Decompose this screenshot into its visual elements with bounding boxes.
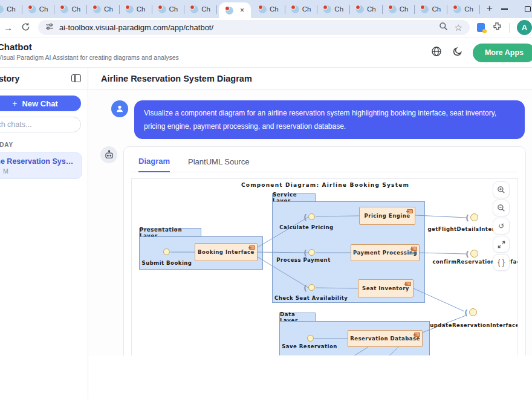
browser-window: Ch Ch Ch Ch [0, 0, 532, 399]
diagram-viewport[interactable]: Component Diagram: Airline Booking Syste… [131, 178, 518, 355]
browser-tab[interactable]: Ch [122, 0, 150, 18]
tab-plantuml-source[interactable]: PlantUML Source [188, 157, 249, 172]
forward-icon[interactable]: → [4, 22, 13, 33]
section-label-today: TODAY [0, 141, 88, 148]
result-tabs: Diagram PlantUML Source [131, 154, 518, 172]
tab-group-right: Ch Ch Ch Ch [255, 0, 482, 18]
browser-tab[interactable]: Ch [352, 0, 380, 18]
component-icon [405, 282, 411, 286]
socket-update-reservation: ( [464, 309, 468, 317]
user-avatar [111, 100, 128, 117]
tab-separator [285, 5, 285, 14]
extensions-puzzle-icon[interactable] [492, 22, 502, 34]
profile-avatar[interactable]: A [517, 20, 532, 35]
new-tab-button[interactable]: + [487, 2, 493, 15]
zoom-page-icon[interactable] [439, 22, 448, 33]
browser-tab[interactable]: Ch [417, 0, 445, 18]
browser-tab-active[interactable]: × [219, 2, 251, 18]
site-favicon [421, 5, 429, 13]
user-message-bubble: Visualize a component diagram for an air… [134, 100, 525, 139]
dark-mode-moon-icon[interactable] [452, 47, 462, 59]
tab-group-left: Ch Ch Ch Ch [0, 0, 219, 18]
port-label-save-reservation: Save Reservation [279, 343, 340, 349]
tab-separator [22, 5, 22, 14]
site-favicon [190, 5, 198, 13]
search-chats-input[interactable] [0, 117, 81, 132]
tab-diagram[interactable]: Diagram [138, 157, 170, 172]
browser-tab[interactable]: Ch [449, 0, 478, 18]
tab-label: Ch [7, 5, 16, 13]
component-pricing-engine[interactable]: Pricing Engine [359, 207, 415, 225]
component-booking-interface[interactable]: Booking Interface [195, 243, 258, 261]
site-settings-icon[interactable] [45, 22, 54, 33]
component-icon [414, 332, 420, 337]
browser-tab[interactable]: Ch [0, 0, 20, 18]
history-title: History [0, 74, 19, 83]
tab-label: Ch [464, 5, 473, 13]
chat-item-time: M [3, 167, 76, 175]
view-source-button[interactable]: { } [493, 254, 510, 271]
close-tab-icon[interactable]: × [240, 7, 244, 14]
socket-confirm-reservation: ( [465, 250, 469, 258]
language-globe-icon[interactable] [431, 46, 442, 59]
zoom-in-button[interactable] [493, 181, 510, 198]
tab-separator [479, 5, 480, 14]
conversation-area: Visualize a component diagram for an air… [89, 89, 532, 355]
window-minimize-button[interactable] [501, 0, 508, 18]
chat-history-item[interactable]: Airline Reservation System Diagram M [0, 152, 82, 179]
more-apps-button[interactable]: More Apps [473, 44, 532, 62]
tab-label: Ch [39, 5, 48, 13]
component-icon [407, 209, 413, 213]
site-favicon [453, 5, 461, 13]
browser-toolbar: → ai-toolbox.visual-paradigm.com/app/cha… [0, 18, 532, 37]
tab-label: Ch [71, 5, 80, 13]
component-seat-inventory[interactable]: Seat Inventory [358, 279, 414, 297]
tab-separator [216, 5, 217, 14]
page-title: Airline Reservation System Diagram [101, 74, 252, 83]
browser-tab[interactable]: Ch [319, 0, 348, 18]
site-favicon [225, 7, 233, 15]
component-reservation-database[interactable]: Reservation Database [348, 330, 423, 347]
site-favicon [158, 5, 166, 13]
diagram-zoom-controls: ↺ { } [493, 181, 510, 271]
fullscreen-button[interactable] [493, 236, 510, 253]
browser-tab[interactable]: Ch [255, 0, 283, 18]
tab-separator [382, 5, 383, 14]
component-payment-processing[interactable]: Payment Processing [351, 244, 420, 261]
browser-tab[interactable]: Ch [154, 0, 183, 18]
tab-label: Ch [137, 5, 146, 13]
tab-label: Ch [302, 5, 311, 13]
tab-separator [414, 5, 415, 14]
reload-icon[interactable] [21, 22, 30, 33]
new-chat-label: New Chat [22, 99, 57, 108]
reset-view-button[interactable]: ↺ [493, 218, 510, 235]
tab-label: Ch [201, 5, 210, 13]
browser-tab[interactable]: Ch [24, 0, 53, 18]
tab-separator [54, 5, 54, 14]
window-maximize-button[interactable] [525, 0, 531, 18]
assistant-message-row: Diagram PlantUML Source Component Diagra… [89, 139, 532, 355]
browser-tab[interactable]: Ch [384, 0, 413, 18]
address-bar[interactable]: ai-toolbox.visual-paradigm.com/app/chatb… [38, 20, 470, 35]
history-sidebar: History + New Chat TODAY Airline Reserva… [0, 68, 88, 399]
browser-tab[interactable]: Ch [186, 0, 215, 18]
browser-tab[interactable]: Ch [89, 0, 117, 18]
tab-separator [86, 5, 87, 14]
zoom-out-button[interactable] [493, 199, 510, 216]
site-favicon [126, 5, 134, 13]
collapse-sidebar-icon[interactable] [71, 74, 81, 82]
new-chat-button[interactable]: + New Chat [0, 96, 81, 111]
tab-separator [447, 5, 447, 14]
user-message-row: Visualize a component diagram for an air… [89, 89, 532, 139]
app-title: Chatbot [0, 42, 179, 52]
browser-tab[interactable]: Ch [56, 0, 85, 18]
component-icon [411, 247, 417, 251]
browser-tab[interactable]: Ch [287, 0, 316, 18]
component-icon [249, 245, 255, 250]
tab-label: Ch [169, 5, 178, 13]
pinned-extension-icon[interactable] [477, 23, 485, 32]
port-label-process-payment: Process Payment [273, 257, 334, 263]
tab-label: Ch [104, 5, 113, 13]
bookmark-star-icon[interactable]: ☆ [455, 23, 462, 32]
tab-separator [349, 5, 350, 14]
